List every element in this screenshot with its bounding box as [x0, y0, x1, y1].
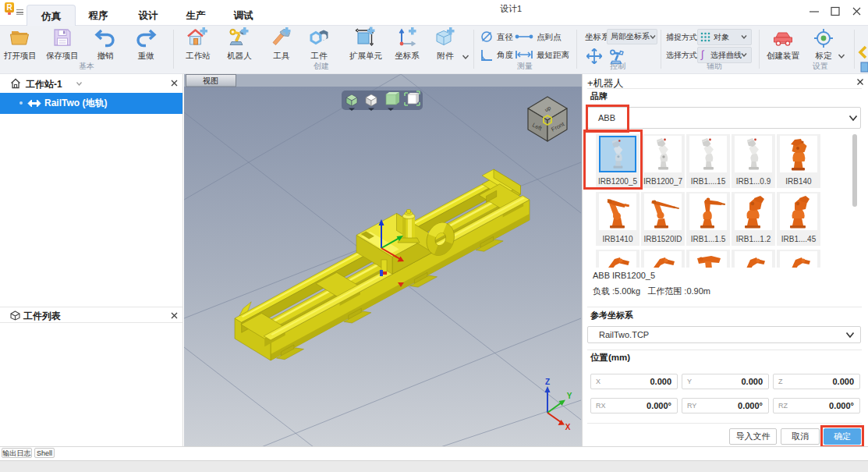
svg-text:Z: Z: [545, 378, 550, 386]
svg-text:Y: Y: [567, 392, 572, 400]
svg-text:视图: 视图: [203, 76, 218, 85]
svg-text:X: X: [565, 423, 571, 431]
